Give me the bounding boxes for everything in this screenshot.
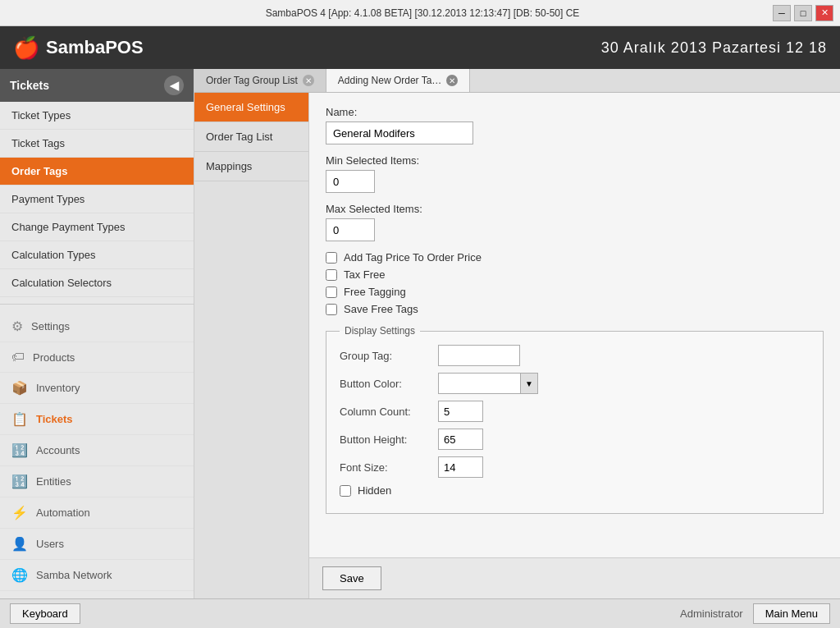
automation-icon: ⚡ — [11, 505, 28, 520]
save-free-tags-row: Save Free Tags — [326, 303, 824, 315]
group-tag-input[interactable] — [438, 345, 520, 366]
hidden-label: Hidden — [358, 484, 391, 497]
hidden-checkbox[interactable] — [340, 485, 351, 497]
font-size-row: Font Size: — [340, 456, 810, 478]
sidebar-item-payment-types[interactable]: Payment Types — [0, 186, 194, 213]
group-tag-row: Group Tag: — [340, 345, 810, 366]
column-count-label: Column Count: — [340, 406, 438, 418]
save-button[interactable]: Save — [322, 566, 381, 590]
form-area: Name: Min Selected Items: Max Selected I… — [309, 93, 840, 557]
tickets-icon: 📋 — [11, 411, 28, 427]
section-label-entities: Entities — [36, 475, 71, 488]
footer: Keyboard Administrator Main Menu — [0, 598, 840, 628]
add-tag-price-label: Add Tag Price To Order Price — [344, 251, 482, 264]
settings-icon: ⚙ — [11, 319, 23, 334]
entities-icon: 🔢 — [11, 474, 28, 489]
window-title: SambaPOS 4 [App: 4.1.08 BETA] [30.12.201… — [72, 7, 773, 19]
max-items-label: Max Selected Items: — [326, 203, 824, 215]
tab-close-0[interactable]: ✕ — [303, 75, 314, 86]
display-settings-fieldset: Display Settings Group Tag: Button Color… — [326, 325, 824, 514]
footer-user: Administrator — [680, 607, 743, 620]
section-label-settings: Settings — [31, 320, 70, 332]
section-label-users: Users — [36, 538, 64, 550]
tax-free-checkbox[interactable] — [326, 269, 337, 281]
font-size-input[interactable] — [438, 456, 483, 478]
color-input-wrap: ▼ — [438, 373, 538, 394]
maximize-button[interactable]: □ — [794, 5, 812, 21]
add-tag-price-checkbox[interactable] — [326, 252, 337, 264]
tab-bar: Order Tag Group List ✕ Adding New Order … — [194, 69, 840, 93]
sidebar-item-ticket-types[interactable]: Ticket Types — [0, 102, 194, 130]
sidebar-divider — [0, 304, 194, 305]
save-free-tags-checkbox[interactable] — [326, 304, 337, 315]
subnav-general-settings[interactable]: General Settings — [194, 93, 308, 122]
sidebar-item-order-tags[interactable]: Order Tags — [0, 158, 194, 186]
add-tag-price-row: Add Tag Price To Order Price — [326, 251, 824, 264]
hidden-row: Hidden — [340, 484, 810, 497]
button-color-label: Button Color: — [340, 378, 438, 390]
tab-order-tag-group-list[interactable]: Order Tag Group List ✕ — [194, 69, 326, 92]
tab-adding-new-order-tag[interactable]: Adding New Order Ta… ✕ — [326, 69, 471, 92]
sidebar-section-settings[interactable]: ⚙ Settings — [0, 311, 194, 342]
free-tagging-label: Free Tagging — [344, 286, 406, 298]
sidebar-section-automation[interactable]: ⚡ Automation — [0, 497, 194, 529]
column-count-input[interactable] — [438, 401, 483, 422]
max-items-input[interactable] — [326, 218, 375, 241]
header: 🍎 SambaPOS 30 Aralık 2013 Pazartesi 12 1… — [0, 26, 840, 69]
close-button[interactable]: ✕ — [815, 5, 833, 21]
section-label-network: Samba Network — [36, 569, 112, 581]
section-label-inventory: Inventory — [36, 382, 80, 394]
tab-content: General Settings Order Tag List Mappings… — [194, 93, 840, 598]
min-items-group: Min Selected Items: — [326, 154, 824, 193]
section-label-products: Products — [33, 351, 75, 364]
sidebar-item-calculation-types[interactable]: Calculation Types — [0, 241, 194, 269]
sidebar-nav: Ticket Types Ticket Tags Order Tags Paym… — [0, 102, 194, 598]
subnav-order-tag-list[interactable]: Order Tag List — [194, 122, 308, 152]
products-icon: 🏷 — [11, 350, 25, 364]
keyboard-button[interactable]: Keyboard — [10, 603, 80, 624]
sidebar-item-ticket-tags[interactable]: Ticket Tags — [0, 130, 194, 158]
sidebar-title: Tickets — [10, 79, 49, 92]
subnav-mappings[interactable]: Mappings — [194, 152, 308, 181]
free-tagging-row: Free Tagging — [326, 286, 824, 298]
button-height-row: Button Height: — [340, 429, 810, 450]
font-size-label: Font Size: — [340, 461, 438, 474]
sidebar-section-tickets[interactable]: 📋 Tickets — [0, 404, 194, 435]
sidebar: Tickets ◀ Ticket Types Ticket Tags Order… — [0, 69, 194, 598]
name-label: Name: — [326, 106, 824, 118]
button-height-label: Button Height: — [340, 433, 438, 446]
minimize-button[interactable]: ─ — [773, 5, 791, 21]
tax-free-label: Tax Free — [344, 268, 386, 281]
color-dropdown-button[interactable]: ▼ — [520, 373, 538, 394]
color-box[interactable] — [438, 373, 520, 394]
network-icon: 🌐 — [11, 567, 28, 583]
apple-icon: 🍎 — [13, 35, 39, 61]
main-menu-button[interactable]: Main Menu — [753, 603, 830, 624]
name-input[interactable] — [326, 121, 473, 144]
section-label-automation: Automation — [36, 507, 90, 519]
sidebar-header: Tickets ◀ — [0, 69, 194, 102]
min-items-label: Min Selected Items: — [326, 154, 824, 167]
back-button[interactable]: ◀ — [164, 76, 184, 95]
sidebar-section-accounts[interactable]: 🔢 Accounts — [0, 435, 194, 466]
sidebar-section-inventory[interactable]: 📦 Inventory — [0, 373, 194, 404]
tax-free-row: Tax Free — [326, 268, 824, 281]
titlebar: SambaPOS 4 [App: 4.1.08 BETA] [30.12.201… — [0, 0, 840, 26]
min-items-input[interactable] — [326, 170, 375, 193]
button-height-input[interactable] — [438, 429, 483, 450]
tab-close-1[interactable]: ✕ — [446, 75, 458, 86]
content-area: Order Tag Group List ✕ Adding New Order … — [194, 69, 840, 598]
sidebar-section-products[interactable]: 🏷 Products — [0, 342, 194, 373]
max-items-group: Max Selected Items: — [326, 203, 824, 241]
sidebar-item-calculation-selectors[interactable]: Calculation Selectors — [0, 269, 194, 297]
free-tagging-checkbox[interactable] — [326, 286, 337, 298]
sidebar-section-network[interactable]: 🌐 Samba Network — [0, 560, 194, 591]
sidebar-section-entities[interactable]: 🔢 Entities — [0, 466, 194, 497]
accounts-icon: 🔢 — [11, 442, 28, 458]
sidebar-item-change-payment[interactable]: Change Payment Types — [0, 213, 194, 241]
main-layout: Tickets ◀ Ticket Types Ticket Tags Order… — [0, 69, 840, 598]
section-label-tickets: Tickets — [36, 413, 73, 425]
sidebar-section-users[interactable]: 👤 Users — [0, 529, 194, 560]
users-icon: 👤 — [11, 536, 28, 552]
datetime: 30 Aralık 2013 Pazartesi 12 18 — [601, 39, 827, 57]
